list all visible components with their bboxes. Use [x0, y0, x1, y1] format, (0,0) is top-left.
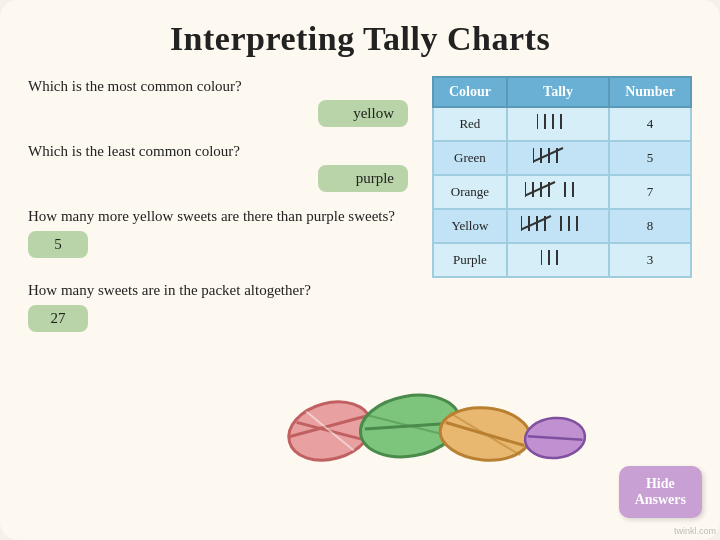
table-row: Green5 — [433, 141, 691, 175]
question-2-block: Which is the least common colour? purple — [28, 141, 408, 192]
col-header-number: Number — [609, 77, 691, 107]
cell-number: 4 — [609, 107, 691, 141]
table-row: Yellow8 — [433, 209, 691, 243]
cell-tally — [507, 141, 609, 175]
answer-3: 5 — [28, 231, 88, 258]
table-row: Purple3 — [433, 243, 691, 277]
col-header-colour: Colour — [433, 77, 507, 107]
table-row: Orange7 — [433, 175, 691, 209]
col-header-tally: Tally — [507, 77, 609, 107]
question-4-block: How many sweets are in the packet altoge… — [28, 280, 408, 332]
question-4-text: How many sweets are in the packet altoge… — [28, 280, 408, 301]
candy-svg — [270, 366, 590, 476]
cell-tally — [507, 175, 609, 209]
question-3-block: How many more yellow sweets are there th… — [28, 206, 408, 258]
cell-colour: Purple — [433, 243, 507, 277]
cell-colour: Yellow — [433, 209, 507, 243]
cell-tally — [507, 107, 609, 141]
question-2-text: Which is the least common colour? — [28, 141, 408, 162]
cell-tally — [507, 209, 609, 243]
cell-tally — [507, 243, 609, 277]
watermark: twinkl.com — [674, 526, 716, 536]
answer-2: purple — [318, 165, 408, 192]
cell-number: 3 — [609, 243, 691, 277]
cell-colour: Orange — [433, 175, 507, 209]
question-3-text: How many more yellow sweets are there th… — [28, 206, 408, 227]
questions-panel: Which is the most common colour? yellow … — [28, 76, 408, 336]
page-title: Interpreting Tally Charts — [28, 20, 692, 58]
question-1-text: Which is the most common colour? — [28, 76, 408, 97]
page: Interpreting Tally Charts Which is the m… — [0, 0, 720, 540]
question-1-block: Which is the most common colour? yellow — [28, 76, 408, 127]
cell-colour: Red — [433, 107, 507, 141]
hide-answers-button[interactable]: HideAnswers — [619, 466, 702, 518]
cell-colour: Green — [433, 141, 507, 175]
cell-number: 8 — [609, 209, 691, 243]
candy-illustration — [270, 366, 590, 480]
content-area: Which is the most common colour? yellow … — [28, 76, 692, 336]
cell-number: 7 — [609, 175, 691, 209]
table-row: Red4 — [433, 107, 691, 141]
answer-1: yellow — [318, 100, 408, 127]
tally-chart-container: Colour Tally Number Red4Green5Orange7Yel… — [432, 76, 692, 278]
tally-table: Colour Tally Number Red4Green5Orange7Yel… — [432, 76, 692, 278]
cell-number: 5 — [609, 141, 691, 175]
answer-4: 27 — [28, 305, 88, 332]
